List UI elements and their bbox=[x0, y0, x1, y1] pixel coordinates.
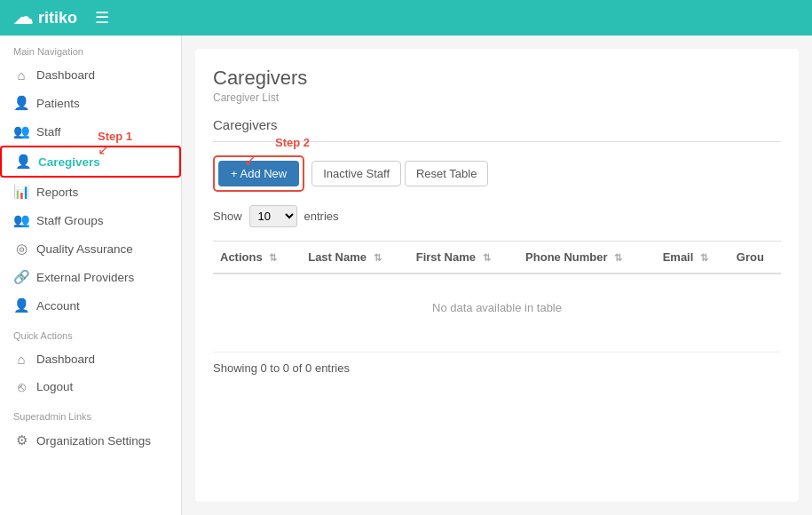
toolbar-wrapper: Step 2 ↙ + Add New Inactive Staff Reset … bbox=[213, 155, 488, 192]
sidebar-item-caregivers[interactable]: 👤 Caregivers bbox=[0, 146, 181, 178]
logo-text: ritiko bbox=[38, 9, 77, 28]
toolbar-box: + Add New bbox=[213, 155, 304, 192]
col-phone-number[interactable]: Phone Number ⇅ bbox=[518, 242, 656, 274]
col-actions[interactable]: Actions ⇅ bbox=[213, 242, 301, 274]
step2-label: Step 2 bbox=[275, 136, 310, 149]
sidebar-item-label: Account bbox=[36, 299, 80, 313]
caregiver-icon: 👤 bbox=[15, 154, 31, 170]
sidebar-item-dashboard[interactable]: ⌂ Dashboard bbox=[0, 61, 181, 89]
sidebar-item-staff[interactable]: 👥 Staff bbox=[0, 117, 181, 146]
show-label: Show bbox=[213, 210, 242, 223]
no-data-message: No data available in table bbox=[213, 273, 781, 341]
col-actions-label: Actions bbox=[220, 250, 263, 264]
section-title: Caregivers bbox=[213, 117, 278, 132]
layout: Main Navigation ⌂ Dashboard 👤 Patients 👥… bbox=[0, 36, 812, 515]
content-area: Caregivers Caregiver List Caregivers Ste… bbox=[195, 49, 799, 502]
home-icon: ⌂ bbox=[13, 67, 29, 83]
col-last-name[interactable]: Last Name ⇅ bbox=[301, 242, 409, 274]
sort-arrows-actions[interactable]: ⇅ bbox=[269, 252, 277, 263]
sidebar-item-label: Patients bbox=[36, 97, 80, 110]
sidebar-item-org-settings[interactable]: ⚙ Organization Settings bbox=[0, 426, 181, 455]
sidebar-item-staff-groups[interactable]: 👥 Staff Groups bbox=[0, 206, 181, 234]
inactive-staff-button[interactable]: Inactive Staff bbox=[311, 161, 401, 186]
col-first-name-label: First Name bbox=[416, 250, 476, 264]
sort-arrows-first-name[interactable]: ⇅ bbox=[483, 252, 491, 263]
sidebar-item-account[interactable]: 👤 Account bbox=[0, 291, 181, 320]
reports-icon: 📊 bbox=[13, 184, 29, 200]
col-first-name[interactable]: First Name ⇅ bbox=[409, 242, 518, 274]
logo: ☁ ritiko bbox=[13, 6, 77, 29]
col-email-label: Email bbox=[663, 250, 694, 264]
caregivers-table: Actions ⇅ Last Name ⇅ First Name ⇅ bbox=[213, 241, 781, 341]
sidebar: Main Navigation ⌂ Dashboard 👤 Patients 👥… bbox=[0, 36, 182, 515]
reset-table-button[interactable]: Reset Table bbox=[405, 161, 488, 186]
sidebar-item-label: Reports bbox=[36, 186, 78, 199]
main-nav-label: Main Navigation bbox=[0, 36, 181, 61]
sidebar-item-qa-dashboard[interactable]: ⌂ Dashboard bbox=[0, 345, 181, 373]
sidebar-item-external-providers[interactable]: 🔗 External Providers bbox=[0, 263, 181, 291]
col-last-name-label: Last Name bbox=[308, 250, 367, 264]
sidebar-item-label: Organization Settings bbox=[36, 434, 151, 448]
logout-icon: ⎋ bbox=[13, 379, 29, 394]
entries-select[interactable]: 10 25 50 100 bbox=[249, 205, 297, 227]
table-container: Actions ⇅ Last Name ⇅ First Name ⇅ bbox=[213, 241, 781, 341]
sidebar-item-label: Caregivers bbox=[38, 155, 100, 169]
sidebar-item-label: Staff bbox=[36, 125, 61, 139]
sort-arrows-phone[interactable]: ⇅ bbox=[614, 252, 622, 263]
sidebar-item-quality-assurance[interactable]: ◎ Quality Assurance bbox=[0, 234, 181, 263]
page-subtitle: Caregiver List bbox=[213, 91, 781, 104]
qa-home-icon: ⌂ bbox=[13, 352, 29, 367]
col-email[interactable]: Email ⇅ bbox=[656, 242, 729, 274]
superadmin-label: Superadmin Links bbox=[0, 400, 181, 426]
sidebar-item-label: Staff Groups bbox=[36, 214, 104, 227]
sort-arrows-last-name[interactable]: ⇅ bbox=[374, 252, 382, 263]
show-entries: Show 10 25 50 100 entries bbox=[213, 205, 781, 227]
quick-actions-label: Quick Actions bbox=[0, 320, 181, 345]
col-group[interactable]: Grou bbox=[729, 242, 781, 274]
sidebar-item-label: Dashboard bbox=[36, 68, 95, 82]
settings-icon: ⚙ bbox=[13, 432, 29, 448]
page-title: Caregivers bbox=[213, 67, 781, 90]
col-group-label: Grou bbox=[737, 250, 764, 264]
staff-groups-icon: 👥 bbox=[13, 212, 29, 228]
sort-arrows-email[interactable]: ⇅ bbox=[700, 252, 708, 263]
hamburger-button[interactable]: ☰ bbox=[95, 8, 109, 28]
sidebar-item-label: Logout bbox=[36, 380, 73, 393]
group-icon: 👥 bbox=[13, 123, 29, 139]
sidebar-item-label: External Providers bbox=[36, 271, 134, 284]
sidebar-item-reports[interactable]: 📊 Reports bbox=[0, 178, 181, 206]
logo-icon: ☁ bbox=[13, 6, 33, 29]
step2-arrow-icon: ↙ bbox=[244, 152, 256, 169]
sidebar-item-logout[interactable]: ⎋ Logout bbox=[0, 373, 181, 400]
account-icon: 👤 bbox=[13, 297, 29, 313]
sidebar-item-patients[interactable]: 👤 Patients bbox=[0, 89, 181, 117]
sidebar-item-label: Dashboard bbox=[36, 353, 95, 366]
qa-icon: ◎ bbox=[13, 241, 29, 257]
header: ☁ ritiko ☰ bbox=[0, 0, 812, 36]
entries-label: entries bbox=[304, 210, 339, 223]
person-icon: 👤 bbox=[13, 95, 29, 111]
main-content: Caregivers Caregiver List Caregivers Ste… bbox=[182, 36, 812, 515]
sidebar-item-label: Quality Assurance bbox=[36, 242, 133, 256]
showing-text: Showing 0 to 0 of 0 entries bbox=[213, 352, 781, 375]
col-phone-label: Phone Number bbox=[525, 250, 607, 264]
add-new-button[interactable]: + Add New bbox=[218, 161, 299, 186]
external-icon: 🔗 bbox=[13, 269, 29, 285]
